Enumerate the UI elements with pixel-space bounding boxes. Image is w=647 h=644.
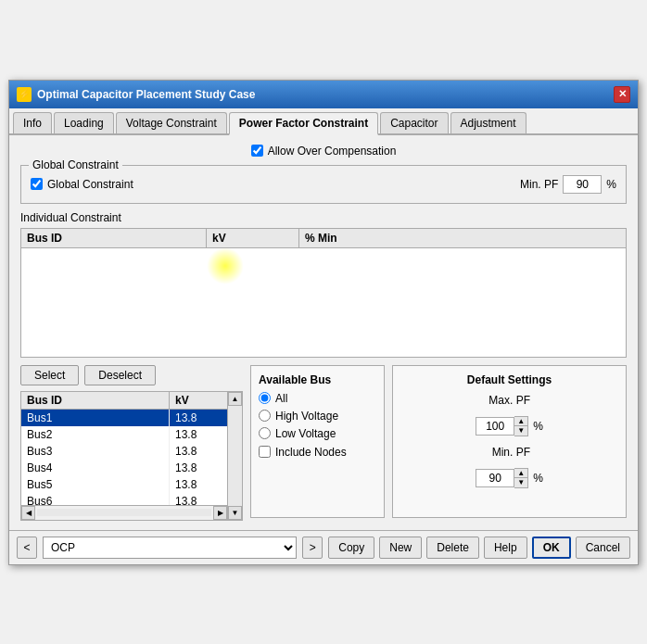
min-pf-input2[interactable]: [476, 469, 514, 487]
scroll-right-arrow[interactable]: ▶: [213, 506, 227, 520]
title-bar: ⚡ Optimal Capacitor Placement Study Case…: [9, 81, 638, 108]
default-settings-section: Default Settings Max. PF ▲ ▼ %: [392, 365, 627, 521]
ocp-select[interactable]: OCP: [43, 537, 297, 559]
col-header-busid: Bus ID: [21, 229, 207, 247]
window-title: Optimal Capacitor Placement Study Case: [37, 88, 255, 101]
min-pf-pct: %: [533, 472, 543, 485]
global-left: Global Constraint: [31, 178, 133, 191]
bus-row[interactable]: Bus5 13.8: [21, 476, 242, 493]
global-constraint-box: Global Constraint Global Constraint Min.…: [20, 165, 627, 204]
scroll-up-arrow[interactable]: ▲: [228, 392, 242, 406]
col-header-minpct: % Min: [299, 229, 392, 247]
radio-high-row: High Voltage: [259, 410, 376, 423]
default-settings-title: Default Settings: [400, 373, 618, 386]
available-bus-title: Available Bus: [259, 373, 376, 386]
ok-button[interactable]: OK: [532, 537, 571, 559]
global-right: Min. PF 90 %: [520, 175, 616, 194]
tab-bar: Info Loading Voltage Constraint Power Fa…: [9, 108, 638, 135]
bus-row[interactable]: Bus3 13.8: [21, 443, 242, 460]
bus-row[interactable]: Bus1 13.8: [21, 410, 242, 426]
bus-list-header: Bus ID kV: [21, 392, 242, 410]
min-pf-arrows: ▲ ▼: [514, 468, 528, 488]
horiz-track: [37, 509, 211, 516]
global-constraint-row: Global Constraint Min. PF 90 %: [31, 171, 616, 194]
copy-button[interactable]: Copy: [328, 537, 374, 559]
global-constraint-label: Global Constraint: [47, 178, 133, 191]
radio-low-label: Low Voltage: [275, 427, 336, 440]
main-window: ⚡ Optimal Capacitor Placement Study Case…: [8, 80, 639, 565]
scroll-left-arrow[interactable]: ◀: [21, 506, 35, 520]
select-button[interactable]: Select: [20, 365, 79, 385]
prev-button[interactable]: <: [17, 537, 37, 559]
radio-all-label: All: [275, 392, 287, 405]
allow-overcomp-row: Allow Over Compensation: [20, 145, 627, 158]
default-settings-box: Default Settings Max. PF ▲ ▼ %: [392, 365, 627, 518]
max-pf-down[interactable]: ▼: [514, 426, 527, 436]
col-header-kv: kV: [207, 229, 299, 247]
include-nodes-label: Include Nodes: [275, 446, 347, 459]
individual-constraint-label: Individual Constraint: [20, 211, 627, 224]
allow-overcomp-checkbox[interactable]: [251, 145, 263, 157]
global-constraint-title: Global Constraint: [29, 158, 122, 171]
min-pf-down[interactable]: ▼: [514, 478, 527, 487]
allow-overcomp-label: Allow Over Compensation: [268, 145, 397, 158]
min-pf-row: Min. PF: [400, 446, 618, 459]
scroll-track[interactable]: [228, 406, 242, 506]
bus-list-container: Bus ID kV Bus1 13.8 Bus2 13.8 B: [20, 391, 243, 521]
bottom-bar: < OCP > Copy New Delete Help OK Cancel: [9, 530, 638, 564]
bottom-section: Select Deselect Bus ID kV Bus1 13.8: [20, 365, 627, 521]
horizontal-scrollbar[interactable]: ◀ ▶: [21, 505, 227, 520]
new-button[interactable]: New: [379, 537, 422, 559]
min-pf-input[interactable]: 90: [563, 175, 602, 194]
min-pf-up[interactable]: ▲: [514, 469, 527, 478]
include-nodes-checkbox[interactable]: [259, 446, 271, 458]
min-pf-input-row: ▲ ▼ %: [400, 468, 618, 488]
include-nodes-row: Include Nodes: [259, 446, 376, 459]
tab-capacitor[interactable]: Capacitor: [380, 112, 448, 133]
bottom-actions: Copy New Delete Help OK Cancel: [328, 537, 630, 559]
radio-high[interactable]: [259, 410, 271, 422]
radio-all[interactable]: [259, 392, 271, 404]
radio-low-row: Low Voltage: [259, 427, 376, 440]
tab-pf[interactable]: Power Factor Constraint: [229, 112, 378, 135]
available-bus-section: Available Bus All High Voltage Low Volta…: [250, 365, 385, 521]
radio-high-label: High Voltage: [275, 410, 338, 423]
max-pf-up[interactable]: ▲: [514, 417, 527, 426]
cursor-highlight: [207, 247, 244, 284]
deselect-button[interactable]: Deselect: [84, 365, 156, 385]
close-button[interactable]: ✕: [614, 86, 630, 103]
title-bar-left: ⚡ Optimal Capacitor Placement Study Case: [17, 87, 255, 102]
max-pf-input[interactable]: [476, 417, 514, 436]
tab-info[interactable]: Info: [13, 112, 52, 133]
max-pf-arrows: ▲ ▼: [514, 416, 528, 436]
bus-row[interactable]: Bus4 13.8: [21, 460, 242, 476]
global-constraint-checkbox[interactable]: [31, 178, 43, 190]
scroll-down-arrow[interactable]: ▼: [228, 506, 242, 520]
next-button[interactable]: >: [302, 537, 323, 559]
window-icon: ⚡: [17, 87, 32, 102]
min-pf-label2: Min. PF: [488, 446, 530, 459]
max-pf-input-row: ▲ ▼ %: [400, 416, 618, 436]
radio-low[interactable]: [259, 427, 271, 439]
min-pf-label: Min. PF: [520, 178, 558, 191]
individual-constraint-table: Bus ID kV % Min: [20, 228, 627, 358]
bus-row[interactable]: Bus2 13.8: [21, 426, 242, 443]
tab-loading[interactable]: Loading: [54, 112, 114, 133]
delete-button[interactable]: Delete: [426, 537, 479, 559]
vertical-scrollbar[interactable]: ▲ ▼: [227, 392, 242, 520]
table-header: Bus ID kV % Min: [21, 229, 626, 248]
individual-constraint-section: Individual Constraint Bus ID kV % Min: [20, 211, 627, 358]
max-pf-label: Max. PF: [488, 394, 530, 407]
bus-list-buttons: Select Deselect: [20, 365, 243, 385]
tab-voltage[interactable]: Voltage Constraint: [116, 112, 227, 133]
global-pct-label: %: [606, 178, 616, 191]
tab-adjustment[interactable]: Adjustment: [450, 112, 526, 133]
available-bus-box: Available Bus All High Voltage Low Volta…: [250, 365, 385, 518]
max-pf-pct: %: [533, 420, 543, 433]
cancel-button[interactable]: Cancel: [576, 537, 630, 559]
bus-list-scroll[interactable]: Bus1 13.8 Bus2 13.8 Bus3 13.8 Bus4: [21, 410, 242, 516]
bus-list-section: Select Deselect Bus ID kV Bus1 13.8: [20, 365, 243, 521]
help-button[interactable]: Help: [484, 537, 527, 559]
min-pf-spinner: ▲ ▼: [476, 468, 528, 488]
content-area: Allow Over Compensation Global Constrain…: [9, 135, 638, 530]
